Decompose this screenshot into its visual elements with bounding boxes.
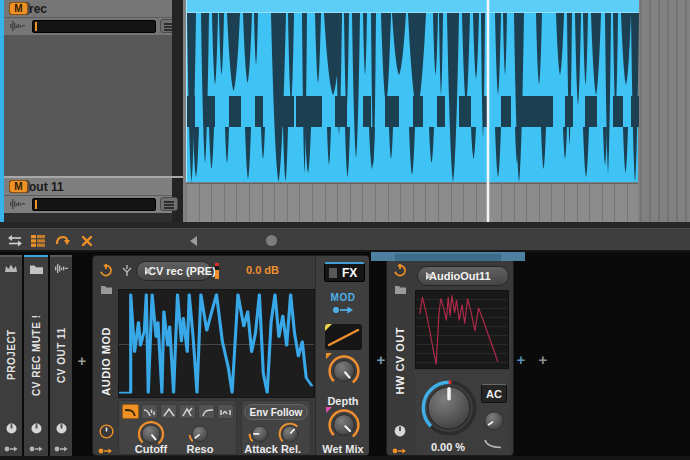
tab-project[interactable]: PROJECT [0,255,22,456]
mod-waveform [119,290,314,397]
cv-waveform-display [415,290,509,369]
panel-bottom-edge [0,456,690,460]
mod-label: MOD [316,292,370,303]
audio-clip[interactable] [186,0,638,182]
track-header-panel: CV rec S M CV out 11 S M [0,0,183,228]
cv-offset-value[interactable]: 0.00 % [415,441,481,453]
filter-panel: Cutoff Reso [118,400,237,455]
tab-label: CV OUT 11 [50,275,72,435]
add-device-button[interactable]: + [535,351,551,369]
mute-button[interactable]: M [9,180,28,193]
device-title: AUDIO MOD [93,311,119,411]
reso-label: Reso [180,443,220,455]
tab-cv-rec-mute[interactable]: CV REC MUTE ! [24,255,48,456]
device-panel-toolbar [0,228,690,252]
track-io-row [4,18,172,35]
ac-button[interactable]: AC [481,384,507,403]
clip-waveform [187,0,639,182]
scrollbar-handle[interactable] [266,235,277,246]
device-panel: PROJECT CV REC MUTE ! CV OUT [0,252,690,460]
comb-filter-button[interactable] [217,404,234,419]
hw-controls-panel: 0.00 % AC [415,371,509,455]
track-lane-empty[interactable] [186,183,638,222]
track-meter-column [172,0,183,222]
clip-launcher-slot[interactable] [32,198,156,211]
close-icon[interactable] [78,233,96,248]
arrangement-timeline [183,0,690,228]
scroll-left-icon[interactable] [185,233,203,248]
lowpass-filter-button[interactable] [122,404,139,419]
depth-knob[interactable] [326,353,362,389]
track-cv-out-11[interactable]: CV out 11 S M [4,178,172,222]
cutoff-label: Cutoff [124,443,178,455]
io-routing-icon[interactable] [6,233,24,248]
tab-cv-out-11[interactable]: CV OUT 11 [50,255,72,456]
device-title: HW CV OUT [387,311,413,411]
mod-waveform-display [118,289,315,398]
slot-playhead [35,200,37,209]
chevron-down-icon [426,274,433,279]
fx-label: FX [342,266,357,280]
fx-column: FX MOD Depth [315,256,369,455]
modulation-source-dropdown[interactable]: CV rec (PRE) [136,261,212,281]
tab-label: PROJECT [0,275,22,435]
playhead [487,0,489,222]
gain-meter [215,263,219,279]
add-device-button[interactable]: + [513,351,529,369]
env-follow-button[interactable]: Env Follow [244,404,308,420]
highpass-filter-button[interactable] [198,404,215,419]
track-io-row [4,196,172,213]
peak-filter-button[interactable] [179,404,196,419]
bandpass-filter-button[interactable] [160,404,177,419]
mod-curve-widget[interactable] [325,324,362,350]
track-name-row: CV rec S M [4,0,172,18]
insert-arrow-icon[interactable] [54,233,72,248]
bitwig-window: CV rec S M CV out 11 S M [0,0,690,460]
slot-playhead [35,22,37,31]
device-audio-mod[interactable]: AUDIO MOD CV rec (PRE) 0.0 dB [92,255,369,456]
dropdown-value: AudioOut11 [429,270,491,282]
cv-waveform [416,291,508,368]
clip-launcher-slot[interactable] [32,20,156,33]
lowpass-notch-filter-button[interactable] [141,404,158,419]
output-device-dropdown[interactable]: AudioOut11 [417,266,509,286]
fx-chain-button[interactable]: FX [324,262,365,282]
cv-offset-knob[interactable] [421,380,477,436]
add-device-button[interactable]: + [74,352,90,370]
release-label: Rel. [275,443,307,455]
tab-label: CV REC MUTE ! [24,275,48,435]
selected-device-highlight[interactable] [371,252,525,261]
smoothing-knob[interactable] [482,409,506,433]
fx-slot-icon [329,268,337,278]
chevron-down-icon [145,269,152,274]
device-hw-cv-out[interactable]: HW CV OUT AudioOut11 [386,255,514,456]
mute-button[interactable]: M [9,2,28,15]
track-name-row: CV out 11 S M [4,178,172,196]
track-body [4,35,172,176]
wet-mix-knob[interactable] [326,407,362,443]
wet-mix-label: Wet Mix [316,443,370,455]
dropdown-value: CV rec (PRE) [148,265,216,277]
gain-value[interactable]: 0.0 dB [223,264,279,276]
track-menu-button[interactable] [160,197,178,211]
depth-label: Depth [316,395,370,407]
device-list-icon[interactable] [29,233,47,248]
envelope-panel: Env Follow Attack Rel. [241,400,311,455]
